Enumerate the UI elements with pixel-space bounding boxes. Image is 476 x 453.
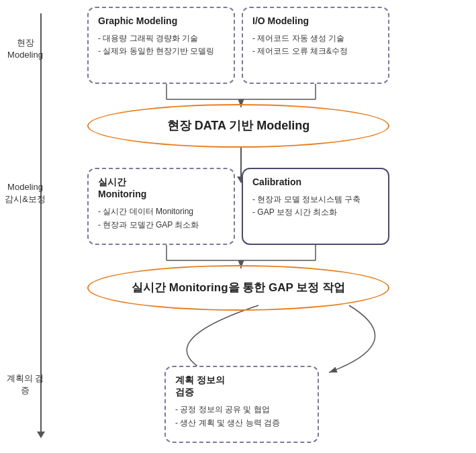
realtime-monitoring-title: 실시간Monitoring	[98, 176, 224, 200]
graphic-modeling-item2: 실제와 동일한 현장기반 모델링	[98, 45, 224, 58]
graphic-modeling-item1: 대용량 그래픽 경량화 기술	[98, 32, 224, 45]
io-modeling-item1: 제어코드 자동 생성 기술	[252, 32, 379, 45]
graphic-modeling-title: Graphic Modeling	[98, 15, 224, 27]
section1-label: 현장 Modeling	[3, 37, 47, 61]
section2-label: Modeling 감시&보정	[3, 181, 47, 205]
oval1-text: 현장 DATA 기반 Modeling	[167, 117, 310, 134]
calibration-title: Calibration	[252, 176, 379, 188]
diagram-container: 현장 Modeling Modeling 감시&보정 계획의 검증 Graphi…	[0, 0, 476, 453]
plan-verification-item2: 생산 계획 및 생산 능력 검증	[175, 417, 308, 430]
section3-label: 계획의 검증	[3, 372, 47, 397]
realtime-monitoring-item2: 현장과 모델간 GAP 최소화	[98, 219, 224, 232]
oval1: 현장 DATA 기반 Modeling	[87, 104, 389, 148]
calibration-item2: GAP 보정 시간 최소화	[252, 206, 379, 219]
realtime-monitoring-item1: 실시간 데이터 Monitoring	[98, 205, 224, 218]
realtime-monitoring-box: 실시간Monitoring 실시간 데이터 Monitoring 현장과 모델간…	[87, 168, 235, 245]
io-modeling-item2: 제어코드 오류 체크&수정	[252, 45, 379, 58]
oval2: 실시간 Monitoring을 통한 GAP 보정 작업	[87, 265, 389, 311]
calibration-item1: 현장과 모델 정보시스템 구축	[252, 193, 379, 206]
io-modeling-title: I/O Modeling	[252, 15, 379, 27]
plan-verification-box: 계획 정보의검증 공정 정보의 공유 및 협업 생산 계획 및 생산 능력 검증	[164, 366, 319, 443]
plan-verification-item1: 공정 정보의 공유 및 협업	[175, 403, 308, 416]
oval2-text: 실시간 Monitoring을 통한 GAP 보정 작업	[132, 280, 345, 296]
left-vertical-arrow	[40, 13, 42, 433]
calibration-box: Calibration 현장과 모델 정보시스템 구축 GAP 보정 시간 최소…	[242, 168, 389, 245]
graphic-modeling-box: Graphic Modeling 대용량 그래픽 경량화 기술 실제와 동일한 …	[87, 7, 235, 84]
io-modeling-box: I/O Modeling 제어코드 자동 생성 기술 제어코드 오류 체크&수정	[242, 7, 389, 84]
plan-verification-title: 계획 정보의검증	[175, 374, 308, 398]
